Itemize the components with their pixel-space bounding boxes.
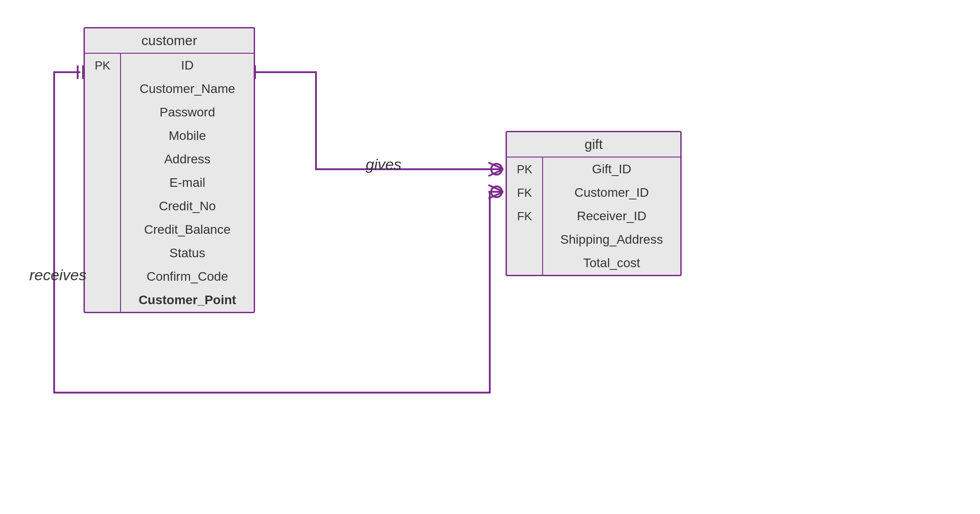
customer-field-credit-balance: Credit_Balance bbox=[121, 218, 254, 241]
gives-label: gives bbox=[366, 156, 401, 173]
customer-field-id: ID bbox=[121, 54, 254, 77]
svg-point-8 bbox=[491, 186, 502, 197]
receives-label: receives bbox=[29, 266, 87, 284]
gift-entity-header: gift bbox=[507, 132, 680, 157]
gift-pk-fk-1: PK bbox=[507, 157, 542, 181]
gift-pk-fk-col: PK FK FK bbox=[507, 157, 543, 275]
customer-field-confirm-code: Confirm_Code bbox=[121, 265, 254, 288]
pk-fk-cell-9 bbox=[85, 241, 120, 265]
gift-field-customer-id: Customer_ID bbox=[543, 181, 680, 204]
pk-fk-cell-3 bbox=[85, 101, 120, 124]
customer-field-status: Status bbox=[121, 241, 254, 265]
pk-fk-cell-11 bbox=[85, 288, 120, 312]
pk-fk-cell-8 bbox=[85, 218, 120, 241]
customer-field-email: E-mail bbox=[121, 171, 254, 194]
customer-field-point: Customer_Point bbox=[121, 288, 254, 312]
svg-line-3 bbox=[488, 162, 503, 169]
gift-entity-body: PK FK FK Gift_ID Customer_ID Receiver_ID… bbox=[507, 157, 680, 275]
gift-pk-fk-5 bbox=[507, 251, 542, 275]
gift-field-col: Gift_ID Customer_ID Receiver_ID Shipping… bbox=[543, 157, 680, 275]
pk-fk-cell-4 bbox=[85, 124, 120, 148]
svg-line-9 bbox=[488, 185, 503, 192]
customer-pk-fk-col: PK bbox=[85, 54, 121, 312]
diagram-canvas: customer PK ID Customer_Name Password M bbox=[0, 0, 980, 514]
svg-line-10 bbox=[488, 192, 503, 199]
gift-field-id: Gift_ID bbox=[543, 157, 680, 181]
customer-entity-header: customer bbox=[85, 28, 254, 54]
gift-field-shipping: Shipping_Address bbox=[543, 228, 680, 251]
customer-field-mobile: Mobile bbox=[121, 124, 254, 148]
gift-field-total-cost: Total_cost bbox=[543, 251, 680, 275]
svg-point-2 bbox=[491, 164, 502, 175]
customer-entity: customer PK ID Customer_Name Password M bbox=[84, 27, 255, 313]
gift-field-receiver-id: Receiver_ID bbox=[543, 204, 680, 228]
pk-fk-cell-7 bbox=[85, 194, 120, 218]
customer-field-password: Password bbox=[121, 101, 254, 124]
svg-line-4 bbox=[488, 169, 503, 176]
gift-entity: gift PK FK FK Gift_ID Customer_ID Receiv… bbox=[506, 131, 682, 276]
customer-field-col: ID Customer_Name Password Mobile Address… bbox=[121, 54, 254, 312]
customer-field-credit-no: Credit_No bbox=[121, 194, 254, 218]
pk-fk-cell-6 bbox=[85, 171, 120, 194]
gift-pk-fk-3: FK bbox=[507, 204, 542, 228]
gift-pk-fk-4 bbox=[507, 228, 542, 251]
customer-field-name: Customer_Name bbox=[121, 77, 254, 101]
pk-fk-cell-5 bbox=[85, 148, 120, 171]
pk-fk-cell-id: PK bbox=[85, 54, 120, 77]
customer-entity-body: PK ID Customer_Name Password Mobile Addr… bbox=[85, 54, 254, 312]
pk-fk-cell-2 bbox=[85, 77, 120, 101]
customer-field-address: Address bbox=[121, 148, 254, 171]
gift-pk-fk-2: FK bbox=[507, 181, 542, 204]
pk-fk-cell-10 bbox=[85, 265, 120, 288]
